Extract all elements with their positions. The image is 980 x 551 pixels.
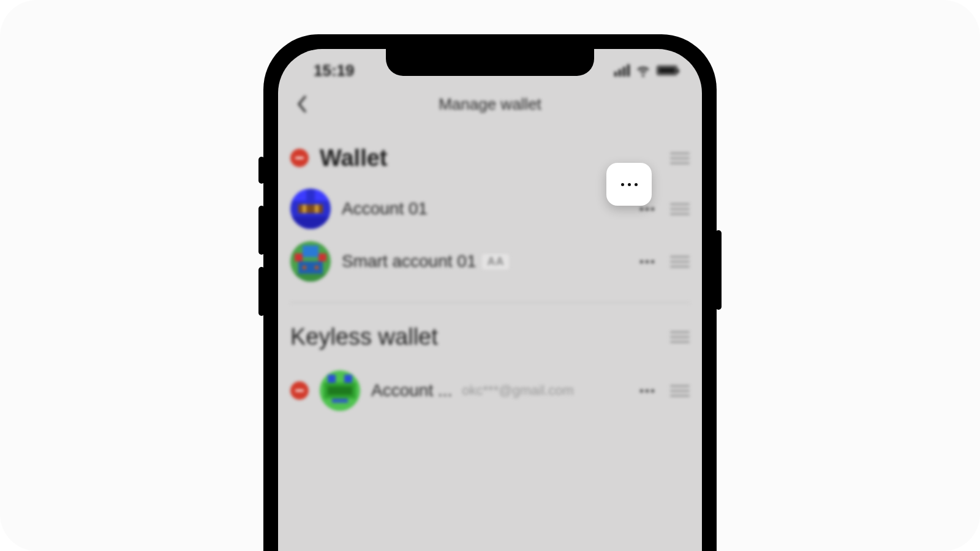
back-button[interactable]	[290, 92, 315, 116]
wifi-icon	[636, 63, 650, 78]
status-icons	[614, 63, 677, 78]
account-name: Account 01	[342, 199, 428, 219]
wallet-more-button-highlight[interactable]	[606, 163, 652, 206]
svg-rect-17	[344, 375, 352, 383]
svg-rect-14	[290, 274, 331, 282]
account-name: Account ...	[371, 381, 452, 400]
svg-rect-16	[328, 375, 336, 383]
account-more-button[interactable]	[635, 378, 659, 403]
status-time: 15:19	[314, 61, 355, 80]
drag-handle-icon[interactable]	[670, 256, 690, 268]
svg-rect-1	[290, 189, 306, 201]
account-name: Smart account 01	[342, 252, 476, 271]
remove-wallet-icon[interactable]	[290, 149, 309, 167]
account-email: okc***@gmail.com	[462, 383, 574, 399]
account-row[interactable]: Account ... okc***@gmail.com	[290, 364, 690, 417]
account-avatar	[320, 370, 360, 411]
svg-rect-8	[303, 246, 318, 258]
stage: 15:19 Mana	[0, 0, 980, 551]
phone-volume-down	[258, 267, 265, 316]
svg-rect-21	[328, 403, 352, 411]
account-row[interactable]: Smart account 01 AA	[290, 235, 690, 288]
remove-account-icon[interactable]	[290, 381, 309, 400]
account-more-button[interactable]	[635, 249, 659, 274]
phone-volume-up	[258, 206, 265, 255]
svg-rect-10	[318, 253, 326, 261]
keyless-section-header: Keyless wallet	[290, 309, 690, 364]
phone-power-button	[715, 230, 722, 310]
wallet-section-title: Wallet	[320, 145, 388, 171]
screen-content-blurred: 15:19 Mana	[278, 49, 702, 551]
drag-handle-icon[interactable]	[670, 385, 690, 397]
account-avatar	[290, 241, 331, 282]
phone-frame: 15:19 Mana	[263, 34, 717, 551]
phone-screen: 15:19 Mana	[278, 49, 702, 551]
drag-handle-icon[interactable]	[670, 152, 690, 164]
app-header: Manage wallet	[278, 86, 702, 122]
section-divider	[290, 302, 690, 303]
svg-rect-6	[290, 217, 331, 229]
svg-rect-9	[295, 253, 303, 261]
svg-rect-11	[298, 261, 323, 274]
page-title: Manage wallet	[439, 95, 541, 114]
battery-icon	[657, 66, 677, 75]
drag-handle-icon[interactable]	[670, 331, 690, 343]
phone-mute-switch	[258, 157, 265, 184]
svg-rect-4	[303, 204, 307, 212]
account-avatar	[290, 189, 331, 229]
svg-rect-5	[315, 204, 319, 212]
svg-rect-19	[328, 386, 352, 394]
svg-rect-20	[332, 399, 348, 403]
keyless-section-title: Keyless wallet	[290, 324, 438, 350]
svg-rect-2	[315, 189, 331, 201]
svg-rect-13	[315, 266, 319, 270]
svg-rect-3	[298, 204, 323, 212]
phone-notch	[386, 49, 594, 76]
drag-handle-icon[interactable]	[670, 203, 690, 215]
svg-rect-12	[303, 266, 307, 270]
cellular-signal-icon	[614, 64, 630, 77]
aa-badge: AA	[482, 254, 509, 269]
